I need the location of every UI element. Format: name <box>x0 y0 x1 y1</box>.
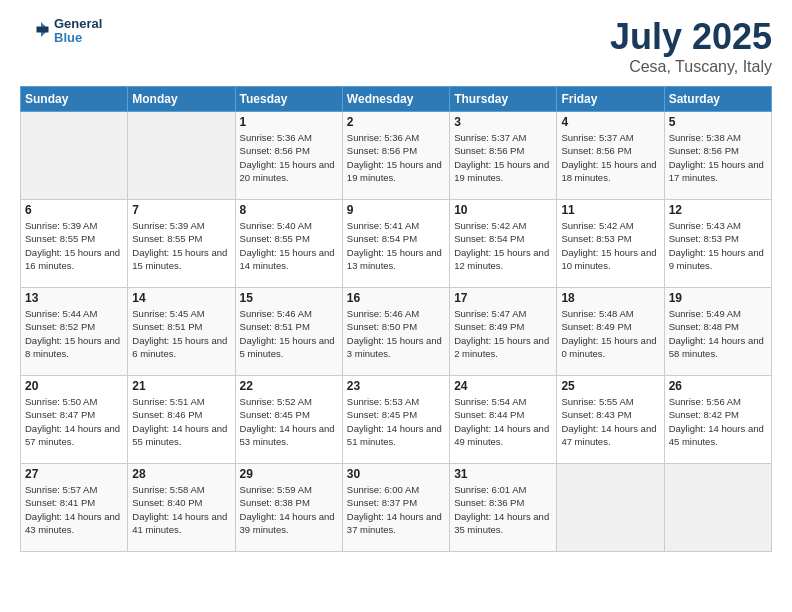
calendar-week-row: 13Sunrise: 5:44 AMSunset: 8:52 PMDayligh… <box>21 288 772 376</box>
calendar-day-cell: 3Sunrise: 5:37 AMSunset: 8:56 PMDaylight… <box>450 112 557 200</box>
calendar-day-cell: 8Sunrise: 5:40 AMSunset: 8:55 PMDaylight… <box>235 200 342 288</box>
day-info: Sunrise: 5:59 AMSunset: 8:38 PMDaylight:… <box>240 483 338 536</box>
day-number: 3 <box>454 115 552 129</box>
day-number: 7 <box>132 203 230 217</box>
day-info: Sunrise: 5:44 AMSunset: 8:52 PMDaylight:… <box>25 307 123 360</box>
day-number: 23 <box>347 379 445 393</box>
svg-marker-2 <box>37 27 49 33</box>
calendar-day-cell <box>664 464 771 552</box>
calendar-header: SundayMondayTuesdayWednesdayThursdayFrid… <box>21 87 772 112</box>
weekday-header: Thursday <box>450 87 557 112</box>
day-info: Sunrise: 5:52 AMSunset: 8:45 PMDaylight:… <box>240 395 338 448</box>
day-info: Sunrise: 5:57 AMSunset: 8:41 PMDaylight:… <box>25 483 123 536</box>
day-number: 8 <box>240 203 338 217</box>
calendar-day-cell: 4Sunrise: 5:37 AMSunset: 8:56 PMDaylight… <box>557 112 664 200</box>
day-info: Sunrise: 5:50 AMSunset: 8:47 PMDaylight:… <box>25 395 123 448</box>
day-info: Sunrise: 5:39 AMSunset: 8:55 PMDaylight:… <box>25 219 123 272</box>
title-area: July 2025 Cesa, Tuscany, Italy <box>610 16 772 76</box>
logo-line1: General <box>54 17 102 31</box>
calendar-day-cell: 26Sunrise: 5:56 AMSunset: 8:42 PMDayligh… <box>664 376 771 464</box>
calendar-day-cell: 15Sunrise: 5:46 AMSunset: 8:51 PMDayligh… <box>235 288 342 376</box>
day-info: Sunrise: 6:00 AMSunset: 8:37 PMDaylight:… <box>347 483 445 536</box>
calendar-day-cell: 24Sunrise: 5:54 AMSunset: 8:44 PMDayligh… <box>450 376 557 464</box>
calendar-day-cell: 1Sunrise: 5:36 AMSunset: 8:56 PMDaylight… <box>235 112 342 200</box>
weekday-header: Saturday <box>664 87 771 112</box>
calendar-day-cell <box>557 464 664 552</box>
calendar-day-cell <box>21 112 128 200</box>
day-info: Sunrise: 5:36 AMSunset: 8:56 PMDaylight:… <box>347 131 445 184</box>
day-info: Sunrise: 5:58 AMSunset: 8:40 PMDaylight:… <box>132 483 230 536</box>
day-number: 24 <box>454 379 552 393</box>
day-info: Sunrise: 5:38 AMSunset: 8:56 PMDaylight:… <box>669 131 767 184</box>
day-info: Sunrise: 5:39 AMSunset: 8:55 PMDaylight:… <box>132 219 230 272</box>
weekday-header: Tuesday <box>235 87 342 112</box>
day-info: Sunrise: 5:48 AMSunset: 8:49 PMDaylight:… <box>561 307 659 360</box>
day-number: 16 <box>347 291 445 305</box>
calendar-table: SundayMondayTuesdayWednesdayThursdayFrid… <box>20 86 772 552</box>
day-number: 21 <box>132 379 230 393</box>
calendar-subtitle: Cesa, Tuscany, Italy <box>610 58 772 76</box>
weekday-header: Friday <box>557 87 664 112</box>
calendar-day-cell: 9Sunrise: 5:41 AMSunset: 8:54 PMDaylight… <box>342 200 449 288</box>
day-info: Sunrise: 5:42 AMSunset: 8:54 PMDaylight:… <box>454 219 552 272</box>
calendar-day-cell: 16Sunrise: 5:46 AMSunset: 8:50 PMDayligh… <box>342 288 449 376</box>
calendar-day-cell: 22Sunrise: 5:52 AMSunset: 8:45 PMDayligh… <box>235 376 342 464</box>
day-number: 28 <box>132 467 230 481</box>
day-number: 22 <box>240 379 338 393</box>
day-number: 9 <box>347 203 445 217</box>
day-info: Sunrise: 5:56 AMSunset: 8:42 PMDaylight:… <box>669 395 767 448</box>
calendar-day-cell: 27Sunrise: 5:57 AMSunset: 8:41 PMDayligh… <box>21 464 128 552</box>
calendar-day-cell: 20Sunrise: 5:50 AMSunset: 8:47 PMDayligh… <box>21 376 128 464</box>
day-number: 30 <box>347 467 445 481</box>
day-info: Sunrise: 5:43 AMSunset: 8:53 PMDaylight:… <box>669 219 767 272</box>
calendar-week-row: 1Sunrise: 5:36 AMSunset: 8:56 PMDaylight… <box>21 112 772 200</box>
day-number: 18 <box>561 291 659 305</box>
weekday-header: Monday <box>128 87 235 112</box>
logo-icon <box>20 16 50 46</box>
weekday-header: Sunday <box>21 87 128 112</box>
day-number: 14 <box>132 291 230 305</box>
day-number: 1 <box>240 115 338 129</box>
day-number: 4 <box>561 115 659 129</box>
calendar-day-cell: 18Sunrise: 5:48 AMSunset: 8:49 PMDayligh… <box>557 288 664 376</box>
calendar-day-cell: 23Sunrise: 5:53 AMSunset: 8:45 PMDayligh… <box>342 376 449 464</box>
logo-line2: Blue <box>54 31 102 45</box>
calendar-day-cell: 2Sunrise: 5:36 AMSunset: 8:56 PMDaylight… <box>342 112 449 200</box>
day-number: 6 <box>25 203 123 217</box>
day-info: Sunrise: 5:37 AMSunset: 8:56 PMDaylight:… <box>454 131 552 184</box>
calendar-day-cell: 21Sunrise: 5:51 AMSunset: 8:46 PMDayligh… <box>128 376 235 464</box>
calendar-day-cell: 28Sunrise: 5:58 AMSunset: 8:40 PMDayligh… <box>128 464 235 552</box>
calendar-week-row: 20Sunrise: 5:50 AMSunset: 8:47 PMDayligh… <box>21 376 772 464</box>
day-number: 19 <box>669 291 767 305</box>
day-number: 5 <box>669 115 767 129</box>
day-number: 29 <box>240 467 338 481</box>
calendar-day-cell: 30Sunrise: 6:00 AMSunset: 8:37 PMDayligh… <box>342 464 449 552</box>
day-info: Sunrise: 6:01 AMSunset: 8:36 PMDaylight:… <box>454 483 552 536</box>
day-info: Sunrise: 5:55 AMSunset: 8:43 PMDaylight:… <box>561 395 659 448</box>
calendar-day-cell: 6Sunrise: 5:39 AMSunset: 8:55 PMDaylight… <box>21 200 128 288</box>
calendar-day-cell: 25Sunrise: 5:55 AMSunset: 8:43 PMDayligh… <box>557 376 664 464</box>
calendar-day-cell: 13Sunrise: 5:44 AMSunset: 8:52 PMDayligh… <box>21 288 128 376</box>
day-number: 13 <box>25 291 123 305</box>
day-number: 27 <box>25 467 123 481</box>
calendar-day-cell: 31Sunrise: 6:01 AMSunset: 8:36 PMDayligh… <box>450 464 557 552</box>
day-number: 17 <box>454 291 552 305</box>
page: General Blue July 2025 Cesa, Tuscany, It… <box>0 0 792 612</box>
logo: General Blue <box>20 16 102 46</box>
day-info: Sunrise: 5:37 AMSunset: 8:56 PMDaylight:… <box>561 131 659 184</box>
weekday-header: Wednesday <box>342 87 449 112</box>
day-info: Sunrise: 5:54 AMSunset: 8:44 PMDaylight:… <box>454 395 552 448</box>
calendar-week-row: 27Sunrise: 5:57 AMSunset: 8:41 PMDayligh… <box>21 464 772 552</box>
calendar-title: July 2025 <box>610 16 772 58</box>
day-info: Sunrise: 5:40 AMSunset: 8:55 PMDaylight:… <box>240 219 338 272</box>
calendar-day-cell: 12Sunrise: 5:43 AMSunset: 8:53 PMDayligh… <box>664 200 771 288</box>
calendar-body: 1Sunrise: 5:36 AMSunset: 8:56 PMDaylight… <box>21 112 772 552</box>
day-number: 26 <box>669 379 767 393</box>
day-info: Sunrise: 5:51 AMSunset: 8:46 PMDaylight:… <box>132 395 230 448</box>
calendar-day-cell: 10Sunrise: 5:42 AMSunset: 8:54 PMDayligh… <box>450 200 557 288</box>
day-info: Sunrise: 5:36 AMSunset: 8:56 PMDaylight:… <box>240 131 338 184</box>
calendar-day-cell <box>128 112 235 200</box>
weekday-row: SundayMondayTuesdayWednesdayThursdayFrid… <box>21 87 772 112</box>
day-info: Sunrise: 5:46 AMSunset: 8:50 PMDaylight:… <box>347 307 445 360</box>
day-info: Sunrise: 5:49 AMSunset: 8:48 PMDaylight:… <box>669 307 767 360</box>
